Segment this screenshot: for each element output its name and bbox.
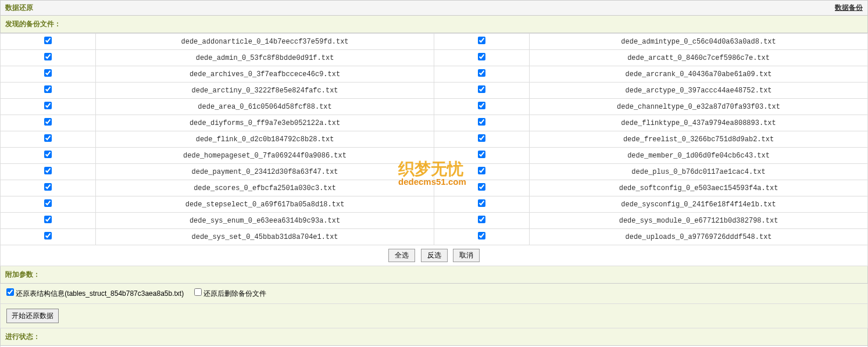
delete-after-label: 还原后删除备份文件 [203,289,266,298]
file-checkbox[interactable] [44,134,52,142]
file-checkbox[interactable] [478,216,485,223]
status-title: 进行状态： [0,328,868,346]
file-name-cell: dede_stepselect_0_a69f617ba05a8d18.txt [96,196,434,213]
file-checkbox-cell [434,83,529,99]
file-name-cell: dede_homepageset_0_7fa069244f0a9086.txt [96,148,434,164]
file-name-cell: dede_channeltype_0_e32a87d70fa93f03.txt [530,99,868,115]
delete-after-checkbox[interactable] [194,288,202,296]
file-name-cell: dede_freelist_0_3266bc751d8d9ab2.txt [530,131,868,148]
page-title: 数据还原 [5,3,33,13]
file-checkbox-cell [1,196,96,213]
file-checkbox[interactable] [44,69,52,77]
file-name-cell: dede_arctype_0_397accc44ae48752.txt [530,83,868,99]
submit-row: 开始还原数据 [0,304,868,328]
select-all-button[interactable]: 全选 [388,249,415,262]
restore-struct-checkbox[interactable] [6,288,14,296]
backup-link[interactable]: 数据备份 [835,3,863,13]
table-row: dede_arctiny_0_3222f8e5e824fafc.txtdede_… [1,83,868,99]
file-name-cell: dede_admin_0_53fc8f8bdde0d91f.txt [96,50,434,66]
file-checkbox-cell [1,34,96,50]
file-name-cell: dede_flink_0_d2c0b184792c8b28.txt [96,131,434,148]
start-restore-button[interactable]: 开始还原数据 [6,309,59,323]
file-checkbox[interactable] [44,85,52,93]
file-name-cell: dede_arcrank_0_40436a70abe61a09.txt [530,66,868,83]
file-checkbox-cell [1,180,96,196]
file-checkbox[interactable] [44,102,52,109]
file-name-cell: dede_addonarticle_0_14b7eeccf37e59fd.txt [96,34,434,50]
file-checkbox[interactable] [44,118,52,126]
file-checkbox[interactable] [44,53,52,60]
file-name-cell: dede_scores_0_efbcfa2501a030c3.txt [96,180,434,196]
delete-after-option[interactable]: 还原后删除备份文件 [194,289,266,298]
file-checkbox-cell [434,164,529,180]
found-files-title: 发现的备份文件： [0,16,868,33]
file-name-cell: dede_archives_0_3f7eafbccece46c9.txt [96,66,434,83]
table-row: dede_archives_0_3f7eafbccece46c9.txtdede… [1,66,868,83]
file-checkbox[interactable] [478,37,485,44]
file-checkbox-cell [434,50,529,66]
cancel-button[interactable]: 取消 [453,249,480,262]
table-row: dede_flink_0_d2c0b184792c8b28.txtdede_fr… [1,131,868,148]
file-checkbox-cell [434,115,529,131]
file-checkbox-cell [1,164,96,180]
file-name-cell: dede_sys_set_0_45bbab31d8a704e1.txt [96,229,434,245]
file-checkbox[interactable] [44,167,52,174]
file-checkbox-cell [1,99,96,115]
table-row: dede_diyforms_0_ff9a7e3eb052122a.txtdede… [1,115,868,131]
file-name-cell: dede_arcatt_0_8460c7cef5986c7e.txt [530,50,868,66]
file-checkbox[interactable] [478,183,485,191]
file-checkbox[interactable] [478,85,485,93]
restore-struct-label: 还原表结构信息(tables_struct_854b787c3aea8a5b.t… [16,289,184,298]
file-checkbox[interactable] [478,53,485,60]
file-checkbox[interactable] [44,199,52,207]
table-row: dede_sys_set_0_45bbab31d8a704e1.txtdede_… [1,229,868,245]
file-name-cell: dede_sysconfig_0_241f6e18f4f14e1b.txt [530,196,868,213]
table-row: dede_stepselect_0_a69f617ba05a8d18.txtde… [1,196,868,213]
file-name-cell: dede_payment_0_23412d30f8a63f47.txt [96,164,434,180]
page-header: 数据还原 数据备份 [0,0,868,16]
file-checkbox[interactable] [44,183,52,191]
restore-struct-option[interactable]: 还原表结构信息(tables_struct_854b787c3aea8a5b.t… [6,289,186,298]
invert-button[interactable]: 反选 [421,249,448,262]
file-checkbox[interactable] [44,216,52,223]
file-checkbox[interactable] [478,102,485,109]
file-checkbox-cell [434,34,529,50]
table-row: dede_admin_0_53fc8f8bdde0d91f.txtdede_ar… [1,50,868,66]
file-name-cell: dede_admintype_0_c56c04d0a63a0ad8.txt [530,34,868,50]
table-row: dede_sys_enum_0_e63eea6314b9c93a.txtdede… [1,213,868,229]
file-checkbox[interactable] [478,69,485,77]
file-name-cell: dede_sys_module_0_e677121b0d382798.txt [530,213,868,229]
file-checkbox[interactable] [44,37,52,44]
file-checkbox[interactable] [478,118,485,126]
file-name-cell: dede_member_0_1d06d0fe04cb6c43.txt [530,148,868,164]
file-checkbox-cell [1,131,96,148]
file-checkbox[interactable] [478,232,485,239]
file-checkbox-cell [1,148,96,164]
file-checkbox[interactable] [478,167,485,174]
file-name-cell: dede_uploads_0_a97769726dddf548.txt [530,229,868,245]
file-checkbox[interactable] [478,199,485,207]
file-table: dede_addonarticle_0_14b7eeccf37e59fd.txt… [0,33,868,245]
file-checkbox-cell [1,115,96,131]
file-checkbox[interactable] [44,232,52,239]
file-checkbox[interactable] [478,134,485,142]
file-checkbox-cell [434,66,529,83]
file-checkbox-cell [434,213,529,229]
file-checkbox-cell [434,148,529,164]
file-name-cell: dede_plus_0_b76dc0117ae1cac4.txt [530,164,868,180]
file-checkbox-cell [434,196,529,213]
file-checkbox-cell [434,99,529,115]
file-checkbox[interactable] [44,151,52,158]
file-checkbox-cell [1,229,96,245]
extra-params-title: 附加参数： [0,266,868,284]
file-checkbox[interactable] [478,151,485,158]
file-name-cell: dede_flinktype_0_437a9794ea808893.txt [530,115,868,131]
file-name-cell: dede_sys_enum_0_e63eea6314b9c93a.txt [96,213,434,229]
table-row: dede_addonarticle_0_14b7eeccf37e59fd.txt… [1,34,868,50]
table-row: dede_area_0_61c05064d58fcf88.txtdede_cha… [1,99,868,115]
file-checkbox-cell [1,50,96,66]
file-name-cell: dede_area_0_61c05064d58fcf88.txt [96,99,434,115]
table-row: dede_scores_0_efbcfa2501a030c3.txtdede_s… [1,180,868,196]
file-checkbox-cell [434,180,529,196]
file-name-cell: dede_diyforms_0_ff9a7e3eb052122a.txt [96,115,434,131]
